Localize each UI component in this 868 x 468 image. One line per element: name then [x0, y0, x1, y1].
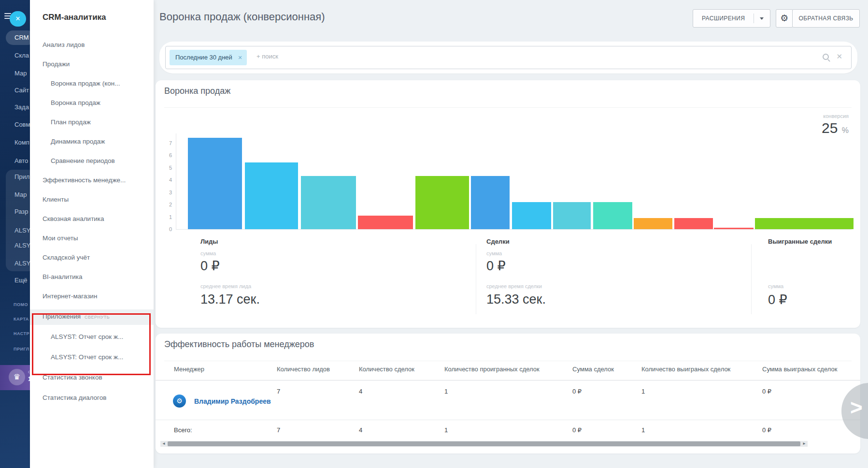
stat-label-1-0: сумма [486, 250, 502, 256]
rail-item-7[interactable]: Авто [14, 157, 28, 164]
rail-item-10[interactable]: Разр [14, 208, 28, 215]
y-tick-3: 3 [156, 190, 172, 195]
divider [164, 361, 852, 361]
sidebar-item-0[interactable]: Анализ лидов [43, 41, 85, 48]
stat-label-0-1: среднее время лида [200, 283, 251, 289]
sidebar-item-7[interactable]: Эффективность менедже... [43, 176, 126, 184]
stat-value-2-0: 0 ₽ [768, 292, 787, 307]
chip-close-icon[interactable]: ✕ [238, 50, 242, 65]
filter-chip-label: Последние 30 дней [175, 54, 232, 61]
crown-icon: ♛ [9, 369, 25, 385]
rail-item-0[interactable]: CRM [14, 34, 29, 41]
total-value-0: 7 [277, 426, 280, 434]
sidebar-item-11[interactable]: Складской учёт [43, 254, 90, 261]
scroll-right-arrow-icon[interactable]: ► [801, 441, 808, 447]
row-value-5: 0 ₽ [762, 388, 771, 395]
scrollbar-thumb[interactable] [168, 441, 800, 446]
rail-item-8[interactable]: Прил [14, 173, 29, 180]
rail-small-item-0[interactable]: ПОМО [14, 302, 28, 307]
row-value-3: 0 ₽ [572, 388, 582, 395]
extensions-button[interactable]: РАСШИРЕНИЯ [693, 9, 770, 28]
app-gear-icon: ⚙ [176, 397, 183, 405]
stats-divider-1 [751, 244, 752, 314]
funnel-bar-7 [553, 202, 591, 229]
funnel-bar-10 [674, 218, 713, 229]
rail-small-item-3[interactable]: ПРИГЛ [14, 347, 29, 351]
rail-small-item-1[interactable]: КАРТА [14, 317, 29, 322]
rail-item-3[interactable]: Сайт [14, 87, 29, 94]
chevron-down-icon[interactable] [760, 17, 764, 20]
settings-button[interactable]: ⚙ [776, 9, 793, 28]
main-content: Воронка продаж (конверсионная) РАСШИРЕНИ… [154, 0, 868, 468]
sidebar-item-14[interactable]: ПриложенияСВЕРНУТЬ [43, 313, 110, 320]
stat-title-1: Сделки [486, 238, 510, 245]
total-value-2: 1 [444, 426, 448, 434]
y-tick-1: 1 [156, 214, 172, 220]
y-tick-6: 6 [156, 152, 172, 158]
rail-item-6[interactable]: Комп [14, 139, 29, 146]
manager-avatar[interactable]: ⚙ [173, 395, 186, 408]
rail-item-2[interactable]: Мар [14, 70, 27, 77]
total-row-label: Всего: [174, 426, 192, 434]
chevron-right-icon: > [850, 395, 863, 420]
sidebar-item-16[interactable]: ALSYST: Отчет срок ж... [51, 353, 123, 361]
manager-name-link[interactable]: Владимир Раздобреев [194, 397, 271, 405]
trial-banner[interactable]: ♛ ОС 13 [0, 365, 30, 390]
sidebar-item-8[interactable]: Клиенты [43, 196, 69, 203]
sidebar-item-3[interactable]: Воронка продаж [51, 99, 100, 106]
y-tick-2: 2 [156, 202, 172, 207]
sidebar-item-5[interactable]: Динамика продаж [51, 138, 105, 145]
dark-rail: ✕ CRMСклаМарСайтЗадаСовмКомпАвтоПрилМарР… [0, 0, 30, 468]
gear-icon: ⚙ [780, 13, 788, 23]
sidebar-item-12[interactable]: BI-аналитика [43, 273, 83, 280]
rail-item-12[interactable]: ALSY [14, 242, 30, 249]
table-header-4: Сумма сделок [572, 366, 614, 373]
managers-card-title: Эффективность работы менеджеров [164, 339, 314, 350]
table-header-underline [156, 380, 860, 380]
stat-label-0-0: сумма [200, 250, 216, 256]
collapse-badge[interactable]: СВЕРНУТЬ [85, 315, 110, 320]
sidebar-item-17[interactable]: Статистика звонков [43, 374, 102, 381]
rail-item-14[interactable]: Ещё [14, 277, 28, 284]
sidebar-item-1[interactable]: Продажи [43, 60, 70, 68]
total-value-4: 1 [641, 426, 645, 434]
sidebar-item-6[interactable]: Сравнение периодов [51, 157, 115, 164]
stat-label-2-0: сумма [768, 283, 783, 289]
collapse-menu-button[interactable]: ✕ [10, 11, 26, 27]
rail-item-11[interactable]: ALSY [14, 227, 30, 234]
funnel-bar-1 [245, 162, 298, 229]
conversion-label: конверсия [823, 113, 849, 119]
filter-chip-last-30-days[interactable]: Последние 30 дней ✕ [170, 50, 247, 65]
y-tick-0: 0 [156, 226, 172, 232]
sidebar-item-2[interactable]: Воронка продаж (кон... [51, 80, 120, 87]
sidebar-item-9[interactable]: Сквозная аналитика [43, 215, 104, 222]
sidebar-item-15[interactable]: ALSYST: Отчет срок ж... [51, 333, 123, 340]
stat-title-0: Лиды [200, 238, 218, 245]
rail-item-1[interactable]: Скла [14, 52, 29, 59]
conversion-value: 25 % [822, 120, 849, 136]
stat-value-1-1: 15.33 сек. [486, 292, 546, 307]
y-axis-line [176, 133, 176, 229]
y-tick-7: 7 [156, 140, 172, 146]
sidebar-item-4[interactable]: План продаж [51, 118, 91, 126]
crm-analytics-sidebar: CRM-аналитика Анализ лидовПродажиВоронка… [30, 0, 154, 468]
rail-item-5[interactable]: Совм [14, 121, 30, 128]
clear-search-icon[interactable]: ✕ [836, 52, 842, 61]
scroll-left-arrow-icon[interactable]: ◄ [160, 441, 167, 447]
sidebar-item-10[interactable]: Мои отчеты [43, 234, 78, 242]
rail-small-item-2[interactable]: НАСТР [14, 331, 29, 336]
rail-item-9[interactable]: Мар [14, 191, 27, 198]
x-axis-line [176, 229, 852, 230]
horizontal-scrollbar[interactable]: ◄ ► [160, 441, 808, 447]
search-icon[interactable] [823, 54, 829, 60]
feedback-button[interactable]: ОБРАТНАЯ СВЯЗЬ [792, 9, 860, 28]
rail-item-4[interactable]: Зада [14, 103, 29, 111]
y-tick-5: 5 [156, 165, 172, 171]
stat-value-0-1: 13.17 сек. [200, 292, 260, 307]
search-input[interactable]: Последние 30 дней ✕ + поиск ✕ [165, 46, 852, 69]
managers-card: Эффективность работы менеджеров Менеджер… [156, 334, 860, 453]
rail-item-13[interactable]: ALSY [14, 260, 30, 267]
table-row-separator [156, 420, 860, 420]
sidebar-item-18[interactable]: Статистика диалогов [43, 394, 106, 401]
sidebar-item-13[interactable]: Интернет-магазин [43, 292, 97, 300]
